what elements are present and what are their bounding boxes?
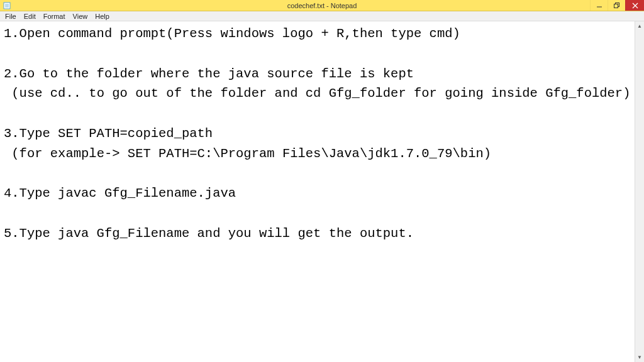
menu-view[interactable]: View bbox=[69, 11, 92, 21]
close-button[interactable] bbox=[625, 0, 644, 11]
menu-file[interactable]: File bbox=[1, 11, 20, 21]
scroll-track[interactable] bbox=[635, 31, 644, 353]
restore-button[interactable] bbox=[608, 0, 625, 11]
app-icon bbox=[3, 1, 11, 10]
window-controls bbox=[590, 0, 644, 11]
vertical-scrollbar[interactable]: ▲ ▼ bbox=[635, 21, 644, 362]
scroll-up-arrow-icon[interactable]: ▲ bbox=[635, 21, 644, 31]
titlebar[interactable]: codechef.txt - Notepad bbox=[0, 0, 644, 11]
content-area: 1.Open command prompt(Press windows logo… bbox=[0, 21, 644, 362]
minimize-button[interactable] bbox=[590, 0, 608, 11]
notepad-window: codechef.txt - Notepad File Edit Format bbox=[0, 0, 644, 362]
menu-format[interactable]: Format bbox=[40, 11, 69, 21]
menubar: File Edit Format View Help bbox=[0, 11, 644, 21]
svg-rect-6 bbox=[614, 4, 618, 8]
text-editor[interactable]: 1.Open command prompt(Press windows logo… bbox=[0, 21, 635, 362]
menu-edit[interactable]: Edit bbox=[20, 11, 40, 21]
scroll-down-arrow-icon[interactable]: ▼ bbox=[635, 353, 644, 362]
menu-help[interactable]: Help bbox=[91, 11, 113, 21]
window-title: codechef.txt - Notepad bbox=[287, 2, 357, 9]
